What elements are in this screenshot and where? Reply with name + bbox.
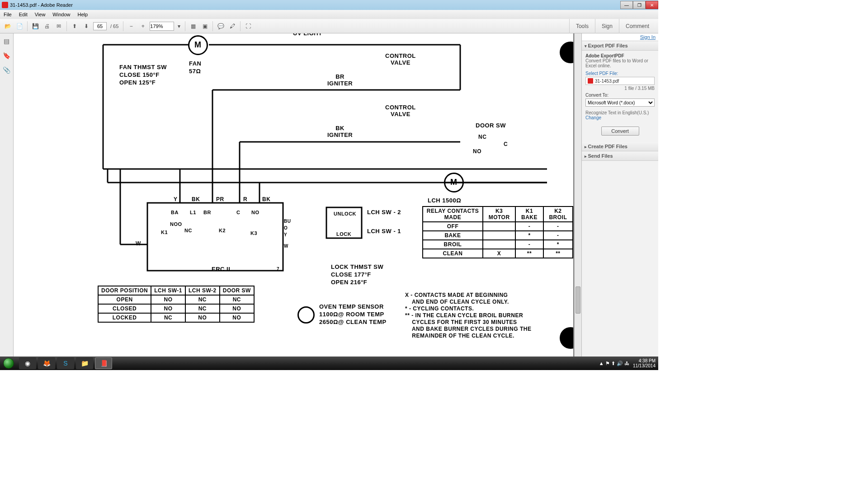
close-button[interactable]: ✕ (646, 1, 658, 9)
label-ba: BA (171, 210, 179, 215)
door-position-table: DOOR POSITIONLCH SW-1LCH SW-2DOOR SW OPE… (98, 286, 255, 323)
label-w: W (136, 240, 141, 247)
document-area[interactable]: M M UV LIGHT FAN THMST SW CLOSE 150°F OP… (14, 33, 574, 357)
taskbar-skype-icon[interactable]: S (57, 357, 74, 369)
panel-create-header[interactable]: Create PDF Files (582, 142, 658, 151)
tray-icons[interactable]: ▲ ⚑ ⬆ 🔊 🖧 (599, 361, 629, 366)
app-icon (2, 2, 8, 8)
menu-help[interactable]: Help (74, 12, 91, 17)
select-file-label: Select PDF File: (585, 71, 655, 76)
label-no: NO (473, 148, 481, 155)
zoom-dropdown-icon[interactable]: ▾ (176, 21, 182, 31)
right-panel-tabs: Tools Sign Comment (569, 19, 656, 33)
print-icon[interactable]: 🖨 (42, 21, 52, 31)
taskbar-chrome-icon[interactable]: ◉ (19, 357, 36, 369)
label-door-sw: DOOR SW (476, 122, 506, 129)
page-number-input[interactable] (93, 22, 107, 30)
panel-export-header[interactable]: Export PDF Files (582, 41, 658, 51)
export-title: Adobe ExportPDF (585, 53, 655, 58)
taskbar: ◉ 🦊 S 📁 📕 ▲ ⚑ ⬆ 🔊 🖧 4:38 PM11/13/2014 (0, 357, 658, 370)
zoom-in-icon[interactable]: + (138, 21, 148, 31)
label-nc: NC (478, 134, 486, 140)
taskbar-explorer-icon[interactable]: 📁 (76, 357, 93, 369)
selected-file[interactable]: 31-1453.pdf (585, 77, 655, 85)
label-o: O (284, 225, 288, 230)
page-up-icon[interactable]: ⬆ (70, 21, 80, 31)
relay-contacts-table: RELAY CONTACTS MADEK3 MOTORK1 BAKEK2 BRO… (422, 206, 573, 258)
start-button[interactable] (0, 357, 17, 370)
email-icon[interactable]: ✉ (54, 21, 64, 31)
save-icon[interactable]: 💾 (30, 21, 40, 31)
attachments-icon[interactable]: 📎 (3, 66, 11, 74)
label-y: Y (284, 232, 287, 237)
label-lock: LOCK (336, 231, 351, 237)
menu-bar: File Edit View Window Help (0, 10, 658, 19)
label-nc: NC (184, 228, 192, 233)
recognize-text: Recognize Text in English(U.S.) (585, 110, 655, 115)
maximize-button[interactable]: ❐ (633, 1, 646, 9)
diagram-dot (560, 327, 573, 349)
highlight-icon[interactable]: 🖍 (227, 21, 237, 31)
scrollbar-thumb[interactable] (576, 286, 580, 314)
comment-icon[interactable]: 💬 (216, 21, 226, 31)
minimize-button[interactable]: — (620, 1, 633, 9)
label-k2: K2 (219, 228, 226, 233)
label-y: Y (174, 196, 178, 202)
label-bu: BU (284, 219, 291, 224)
label-br-igniter: BR IGNITER (327, 73, 353, 87)
change-link[interactable]: Change (585, 115, 655, 120)
tab-comment[interactable]: Comment (619, 19, 656, 33)
thumbnails-icon[interactable]: ▤ (3, 37, 11, 45)
selected-file-name: 31-1453.pdf (595, 79, 619, 84)
sensor-symbol (297, 306, 315, 324)
tab-sign[interactable]: Sign (595, 19, 619, 33)
label-l1: L1 (190, 210, 196, 215)
taskbar-adobe-icon[interactable]: 📕 (95, 357, 112, 369)
label-lch-sw2: LCH SW - 2 (367, 209, 401, 216)
open-icon[interactable]: 📂 (3, 21, 13, 31)
window-title: 31-1453.pdf - Adobe Reader (10, 2, 73, 8)
tool1-icon[interactable]: ▦ (188, 21, 198, 31)
label-r: R (243, 196, 247, 202)
convert-format-select[interactable]: Microsoft Word (*.docx) (585, 99, 655, 107)
menu-file[interactable]: File (0, 12, 15, 17)
label-7: 7 (277, 267, 279, 272)
convert-to-label: Convert To: (585, 93, 655, 98)
page-total: / 65 (110, 23, 118, 29)
tool2-icon[interactable]: ▣ (200, 21, 210, 31)
label-c: C (504, 141, 508, 147)
toolbar: 📂 📄 💾 🖨 ✉ ⬆ ⬇ / 65 − + ▾ ▦ ▣ 💬 🖍 ⛶ Tools… (0, 19, 658, 33)
bookmark-icon[interactable]: 🔖 (3, 52, 11, 60)
label-bk: BK (192, 196, 200, 202)
panel-export-body: Adobe ExportPDF Convert PDF files to to … (582, 51, 658, 142)
tab-tools[interactable]: Tools (569, 19, 595, 33)
motor-label: M (194, 40, 202, 50)
taskbar-firefox-icon[interactable]: 🦊 (38, 357, 55, 369)
sign-in-link[interactable]: Sign In (582, 33, 658, 41)
zoom-select[interactable] (150, 22, 174, 31)
label-noo: NOO (170, 221, 182, 227)
zoom-out-icon[interactable]: − (126, 21, 136, 31)
panel-send-header[interactable]: Send Files (582, 151, 658, 161)
window-controls: — ❐ ✕ (620, 1, 658, 9)
label-lch1500: LCH 1500Ω (428, 197, 461, 204)
label-control-valve: CONTROL VALVE (385, 104, 416, 117)
diagram-dot (560, 42, 573, 63)
label-bk: BK (262, 196, 270, 202)
pdf-icon (588, 78, 593, 84)
read-mode-icon[interactable]: ⛶ (243, 21, 253, 31)
label-uv-light: UV LIGHT (293, 33, 322, 37)
page-down-icon[interactable]: ⬇ (81, 21, 91, 31)
start-orb-icon (3, 358, 14, 369)
menu-window[interactable]: Window (49, 12, 74, 17)
vertical-scrollbar[interactable] (574, 33, 581, 357)
file-size: 1 file / 3.15 MB (585, 86, 655, 91)
menu-edit[interactable]: Edit (15, 12, 31, 17)
create-pdf-icon[interactable]: 📄 (14, 21, 24, 31)
menu-view[interactable]: View (31, 12, 49, 17)
right-sidebar: Sign In Export PDF Files Adobe ExportPDF… (581, 33, 658, 357)
label-c: C (236, 210, 240, 215)
convert-button[interactable]: Convert (601, 127, 639, 136)
tray-clock[interactable]: 4:38 PM11/13/2014 (633, 358, 656, 368)
taskbar-apps: ◉ 🦊 S 📁 📕 (19, 357, 112, 369)
